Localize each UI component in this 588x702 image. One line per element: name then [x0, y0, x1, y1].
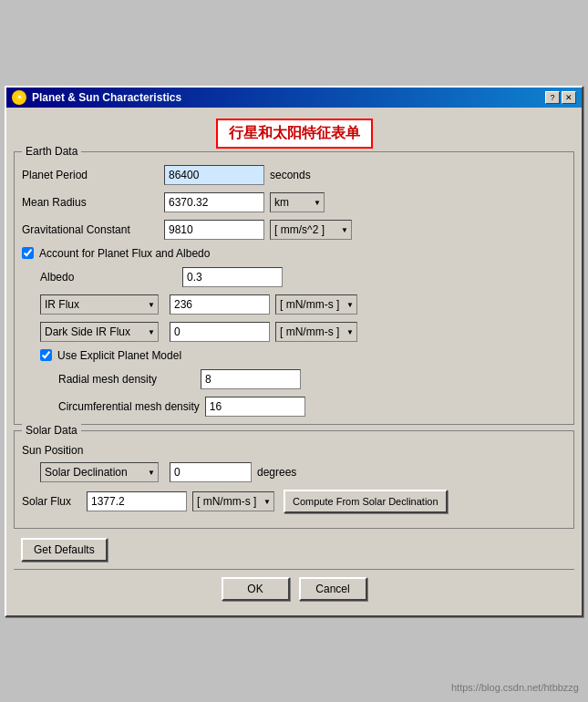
dark-side-unit-select[interactable]: [ mN/mm-s ] [ W/m^2 ]: [275, 322, 357, 342]
solar-decl-input[interactable]: [170, 462, 252, 482]
planet-period-row: Planet Period seconds: [22, 165, 566, 185]
grav-unit-select[interactable]: [ mm/s^2 ] [ m/s^2 ]: [270, 220, 352, 240]
bottom-buttons-area: OK Cancel: [14, 573, 574, 608]
title-buttons: ? ✕: [545, 91, 576, 104]
mean-radius-input[interactable]: [164, 192, 264, 212]
dark-side-unit-wrapper: [ mN/mm-s ] [ W/m^2 ]: [275, 322, 357, 342]
grav-constant-label: Gravitational Constant: [22, 223, 159, 236]
grav-constant-input[interactable]: [164, 220, 264, 240]
grav-unit-wrapper: [ mm/s^2 ] [ m/s^2 ]: [270, 220, 352, 240]
ir-flux-input[interactable]: [170, 294, 270, 315]
planet-period-input[interactable]: [164, 165, 264, 185]
ir-flux-type-wrapper: IR Flux Dark Side IR Flux: [40, 294, 159, 315]
help-button[interactable]: ?: [545, 91, 560, 104]
solar-data-group: Solar Data Sun Position Solar Declinatio…: [14, 430, 574, 529]
albedo-label: Albedo: [40, 271, 177, 284]
use-explicit-label: Use Explicit Planet Model: [57, 349, 181, 362]
radial-mesh-row: Radial mesh density: [58, 369, 566, 389]
earth-data-label: Earth Data: [22, 145, 81, 158]
circumferential-mesh-row: Circumferential mesh density: [58, 397, 566, 417]
dark-side-type-select[interactable]: Dark Side IR Flux IR Flux: [40, 322, 159, 342]
dark-side-input[interactable]: [170, 322, 270, 342]
account-flux-row: Account for Planet Flux and Albedo: [22, 247, 566, 260]
compute-solar-button[interactable]: Compute From Solar Declination: [284, 490, 448, 513]
planet-period-label: Planet Period: [22, 169, 159, 181]
ok-cancel-group: OK Cancel: [21, 577, 567, 601]
mean-radius-unit-wrapper: km m miles: [270, 192, 325, 212]
window-icon: ☀: [12, 90, 26, 105]
solar-flux-row: Solar Flux [ mN/mm-s ] [ W/m^2 ] Compute…: [22, 490, 566, 513]
ok-button[interactable]: OK: [222, 577, 290, 601]
solar-data-label: Solar Data: [22, 424, 81, 437]
radial-mesh-label: Radial mesh density: [58, 373, 195, 386]
albedo-row: Albedo: [40, 267, 566, 287]
bottom-divider: [14, 569, 574, 570]
ir-flux-type-select[interactable]: IR Flux Dark Side IR Flux: [40, 294, 159, 315]
mean-radius-unit-select[interactable]: km m miles: [270, 192, 325, 212]
mean-radius-row: Mean Radius km m miles: [22, 192, 566, 212]
solar-decl-type-wrapper: Solar Declination Right Ascension Sun Ve…: [40, 462, 159, 482]
ir-flux-unit-wrapper: [ mN/mm-s ] [ W/m^2 ]: [275, 294, 357, 315]
chinese-title-banner: 行星和太阳特征表单: [216, 119, 373, 149]
window-content: 行星和太阳特征表单 Earth Data Planet Period secon…: [6, 108, 582, 615]
ir-flux-row: IR Flux Dark Side IR Flux [ mN/mm-s ] [ …: [40, 294, 566, 315]
mean-radius-label: Mean Radius: [22, 196, 159, 209]
main-window: ☀ Planet & Sun Characteristics ? ✕ 行星和太阳…: [5, 86, 583, 617]
window-title: Planet & Sun Characteristics: [32, 91, 181, 104]
cancel-button[interactable]: Cancel: [299, 577, 367, 601]
dark-side-type-wrapper: Dark Side IR Flux IR Flux: [40, 322, 159, 342]
account-flux-checkbox[interactable]: [22, 247, 34, 259]
grav-constant-row: Gravitational Constant [ mm/s^2 ] [ m/s^…: [22, 220, 566, 240]
circumferential-mesh-input[interactable]: [205, 397, 305, 417]
dark-side-row: Dark Side IR Flux IR Flux [ mN/mm-s ] [ …: [40, 322, 566, 342]
title-bar: ☀ Planet & Sun Characteristics ? ✕: [6, 88, 582, 108]
use-explicit-checkbox[interactable]: [40, 349, 52, 361]
solar-flux-unit-wrapper: [ mN/mm-s ] [ W/m^2 ]: [192, 491, 274, 511]
sun-position-label: Sun Position: [22, 444, 83, 457]
solar-flux-input[interactable]: [87, 491, 187, 511]
watermark: https://blog.csdn.net/htbbzzg: [451, 682, 579, 693]
solar-declination-row: Solar Declination Right Ascension Sun Ve…: [40, 462, 566, 482]
circumferential-mesh-label: Circumferential mesh density: [58, 400, 200, 413]
ir-flux-unit-select[interactable]: [ mN/mm-s ] [ W/m^2 ]: [275, 294, 357, 315]
albedo-input[interactable]: [182, 267, 283, 287]
get-defaults-button[interactable]: Get Defaults: [21, 538, 108, 562]
close-button[interactable]: ✕: [562, 91, 576, 104]
solar-flux-label: Solar Flux: [22, 495, 81, 508]
solar-flux-unit-select[interactable]: [ mN/mm-s ] [ W/m^2 ]: [192, 491, 274, 511]
planet-period-unit: seconds: [270, 169, 311, 181]
radial-mesh-input[interactable]: [201, 369, 301, 389]
solar-decl-unit: degrees: [257, 466, 296, 479]
use-explicit-row: Use Explicit Planet Model: [40, 349, 566, 362]
account-flux-label: Account for Planet Flux and Albedo: [39, 247, 210, 260]
get-defaults-area: Get Defaults: [14, 534, 574, 565]
earth-data-group: Earth Data Planet Period seconds Mean Ra…: [14, 151, 574, 425]
solar-decl-type-select[interactable]: Solar Declination Right Ascension Sun Ve…: [40, 462, 159, 482]
